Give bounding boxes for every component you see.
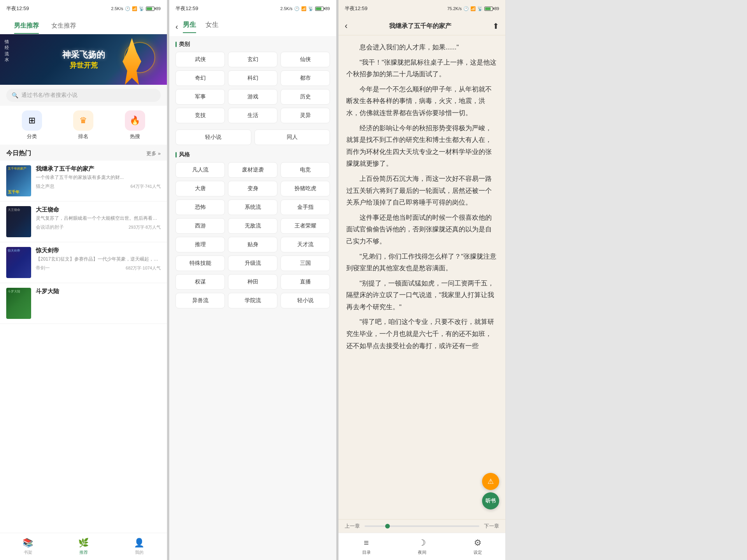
tab-male[interactable]: 男生 <box>183 20 196 33</box>
style-tieshen[interactable]: 贴身 <box>228 237 277 252</box>
speed-2: 2.5K/s <box>281 6 293 11</box>
book-desc-1: 一个传承了五千年的家族该有多庞大的财... <box>36 174 161 181</box>
status-icons-3: 75.2K/s 🕐 📶 📡 89 <box>447 6 499 11</box>
content-para-8: "得了吧，咱们这个专业，只要不改行，就算研究生毕业，一个月也就是六七千，有的还不… <box>346 316 498 352</box>
cat-qihuan[interactable]: 奇幻 <box>175 70 225 86</box>
book-item-2[interactable]: 大王饶命 大王饶命 灵气复苏了，吕树眼眦着一个个大能横空出世。然后再看一... … <box>0 201 167 242</box>
nav-recommend[interactable]: 🌿 推荐 <box>78 538 89 555</box>
panel1-tab-bar: 男生推荐 女生推荐 <box>0 17 167 34</box>
book-stats-2: 293万字·8万人气 <box>128 224 161 230</box>
cat-youxi[interactable]: 游戏 <box>228 89 277 105</box>
nav-contents[interactable]: ≡ 目录 <box>362 538 371 555</box>
progress-thumb[interactable] <box>385 524 390 528</box>
tab-female[interactable]: 女生 <box>205 20 219 33</box>
cat-light-novel[interactable]: 轻小说 <box>175 130 251 145</box>
style-shengji[interactable]: 升级流 <box>228 256 277 271</box>
style-wudi[interactable]: 无敌流 <box>228 218 277 234</box>
style-fanzhu[interactable]: 扮猪吃虎 <box>281 181 330 196</box>
listen-fab[interactable]: 听书 <box>482 492 499 509</box>
cat-lingyì[interactable]: 灵异 <box>281 108 330 123</box>
back-button-3[interactable]: ‹ <box>345 21 347 31</box>
style-xiyou[interactable]: 西游 <box>175 218 225 234</box>
category-grid-main: 武侠 玄幻 仙侠 奇幻 科幻 都市 军事 游戏 历史 竞技 生活 灵异 <box>175 52 330 123</box>
cat-dushi[interactable]: 都市 <box>281 70 330 86</box>
book-info-3: 惊天剑帝 【2017玄幻征文】参赛作品】一代少年英豪，逆天崛起，踩... 帝剑一… <box>36 247 161 271</box>
cat-shenghuo[interactable]: 生活 <box>228 108 277 123</box>
book-stats-3: 682万字·1074人气 <box>126 265 161 271</box>
style-feicai[interactable]: 废材逆袭 <box>228 162 277 178</box>
style-datang[interactable]: 大唐 <box>175 181 225 196</box>
cat-lishi[interactable]: 历史 <box>281 89 330 105</box>
book-cover-4: 斗罗大陆 <box>6 288 31 319</box>
style-kongbu[interactable]: 恐怖 <box>175 200 225 215</box>
prev-chapter[interactable]: 上一章 <box>345 523 360 530</box>
cat-jingji[interactable]: 竞技 <box>175 108 225 123</box>
cat-wuxia[interactable]: 武侠 <box>175 52 225 67</box>
nav-settings[interactable]: ⚙ 设定 <box>473 538 482 555</box>
night-icon: ☽ <box>418 538 426 548</box>
next-chapter[interactable]: 下一章 <box>484 523 499 530</box>
download-icon[interactable]: ⬆ <box>493 21 499 31</box>
nav-profile-label: 我的 <box>135 550 144 555</box>
style-teshu[interactable]: 特殊技能 <box>175 256 225 271</box>
battery-2 <box>315 7 324 11</box>
style-zhibo[interactable]: 直播 <box>281 274 330 290</box>
section-title: 今日热门 <box>6 149 31 158</box>
style-sanguo[interactable]: 三国 <box>281 256 330 271</box>
status-icons-2: 2.5K/s 🕐 📶 📡 89 <box>281 6 330 11</box>
speed-1: 2.5K/s <box>111 6 123 11</box>
book-item-1[interactable]: 五千年的家产 我继承了五千年的家产 一个传承了五千年的家族该有多庞大的财... … <box>0 161 167 201</box>
cat-junshi[interactable]: 军事 <box>175 89 225 105</box>
profile-icon: 👤 <box>134 538 144 548</box>
search-placeholder: 通过书名/作者搜索小说 <box>21 92 77 99</box>
style-section-label: 风格 <box>175 151 330 158</box>
style-jinshouzhi[interactable]: 金手指 <box>281 200 330 215</box>
style-yishou[interactable]: 异兽流 <box>175 293 225 308</box>
search-bar[interactable]: 🔍 通过书名/作者搜索小说 <box>6 89 161 102</box>
nav-bookshelf[interactable]: 📚 书架 <box>23 538 33 555</box>
style-quanmou[interactable]: 权谋 <box>175 274 225 290</box>
style-grid: 凡人流 废材逆袭 电竞 大唐 变身 扮猪吃虎 恐怖 系统流 金手指 西游 无敌流… <box>175 162 330 308</box>
nav-bookshelf-label: 书架 <box>24 550 32 555</box>
panel2-nav: ‹ 男生 女生 <box>175 20 330 33</box>
cover-label-1: 五千年的家产 <box>8 167 26 171</box>
cat-xianxia[interactable]: 仙侠 <box>281 52 330 67</box>
style-bianshen[interactable]: 变身 <box>228 181 277 196</box>
style-xueyuan[interactable]: 学院流 <box>228 293 277 308</box>
cat-tongren[interactable]: 同人 <box>254 130 330 145</box>
tab-female-recommend[interactable]: 女生推荐 <box>45 17 82 34</box>
style-tuili[interactable]: 推理 <box>175 237 225 252</box>
warning-fab[interactable]: ⚠ <box>482 473 499 490</box>
book-item-3[interactable]: 惊天剑帝 惊天剑帝 【2017玄幻征文】参赛作品】一代少年英豪，逆天崛起，踩..… <box>0 242 167 283</box>
signal-icon: 📶 <box>132 6 137 11</box>
action-classify[interactable]: ⊞ 分类 <box>22 110 42 140</box>
hot-label: 热搜 <box>130 133 140 140</box>
nav-night[interactable]: ☽ 夜间 <box>418 538 426 555</box>
book-item-4[interactable]: 斗罗大陆 斗罗大陆 <box>0 283 167 324</box>
style-xitong[interactable]: 系统流 <box>228 200 277 215</box>
reader-bottom-nav: ≡ 目录 ☽ 夜间 ⚙ 设定 <box>338 533 505 560</box>
style-wzry[interactable]: 王者荣耀 <box>281 218 330 234</box>
style-tiancai[interactable]: 天才流 <box>281 237 330 252</box>
action-hot[interactable]: 🔥 热搜 <box>125 110 145 140</box>
reader-header: ‹ 我继承了五千年的家产 ⬆ <box>338 17 505 35</box>
progress-bar[interactable] <box>365 525 479 527</box>
book-meta-3: 帝剑一 682万字·1074人气 <box>36 265 161 271</box>
tab-male-recommend[interactable]: 男生推荐 <box>8 17 45 34</box>
book-title-2: 大王饶命 <box>36 206 161 214</box>
reader-content[interactable]: 息会进入我们的人才库，如果......" "我干！"张朦胧把鼠标往桌子上一摔，这… <box>338 35 505 519</box>
cat-xuanhuan[interactable]: 玄幻 <box>228 52 277 67</box>
nav-profile[interactable]: 👤 我的 <box>134 538 144 555</box>
back-button-2[interactable]: ‹ <box>175 22 178 31</box>
style-zhongtian[interactable]: 种田 <box>228 274 277 290</box>
content-para-3: 经济的影响让今年的秋招形势变得极为严峻，就算是找不到工作的研究生和博士生都大有人… <box>346 122 498 170</box>
more-button[interactable]: 更多 » <box>146 150 161 157</box>
banner[interactable]: 情 经 流 水 神采飞扬的 异世开荒 <box>0 34 167 85</box>
style-qingxiaoshuo2[interactable]: 轻小说 <box>281 293 330 308</box>
style-fanren[interactable]: 凡人流 <box>175 162 225 178</box>
cat-kehuan[interactable]: 科幻 <box>228 70 277 86</box>
banner-sub-text: 异世开荒 <box>62 61 105 70</box>
rank-icon: ♛ <box>73 110 93 131</box>
style-dianjing[interactable]: 电竞 <box>281 162 330 178</box>
action-rank[interactable]: ♛ 排名 <box>73 110 93 140</box>
